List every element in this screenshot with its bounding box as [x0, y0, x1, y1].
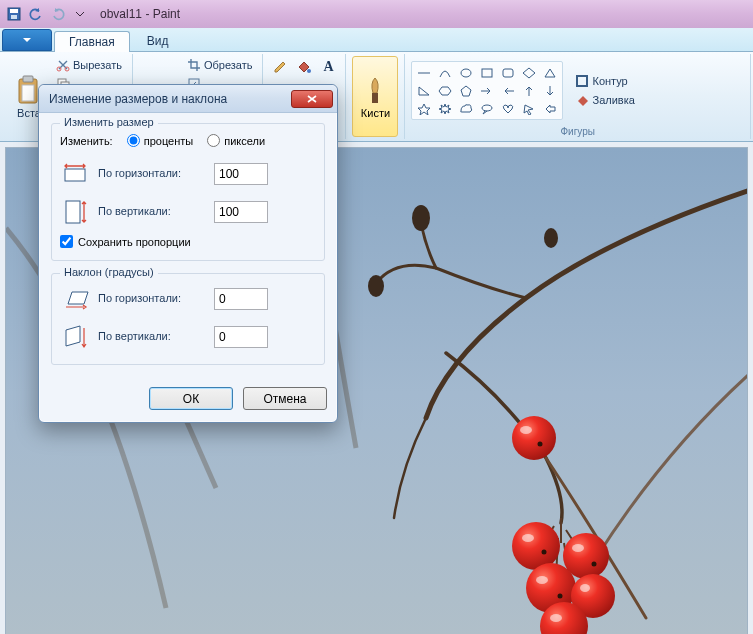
resize-horizontal-input[interactable]	[214, 163, 268, 185]
svg-point-22	[412, 205, 430, 231]
window-titlebar: obval11 - Paint	[0, 0, 753, 28]
skew-horizontal-icon	[60, 284, 90, 314]
svg-rect-15	[372, 93, 378, 103]
outline-icon	[575, 74, 589, 88]
close-icon	[307, 95, 317, 103]
cut-button[interactable]: Вырезать	[52, 56, 126, 74]
shape-fill-button[interactable]: Заливка	[571, 91, 638, 109]
tab-strip: Главная Вид	[0, 28, 753, 52]
ok-button[interactable]: ОК	[149, 387, 233, 410]
svg-point-34	[536, 576, 548, 584]
svg-point-26	[512, 522, 560, 570]
skew-vertical-icon	[60, 322, 90, 352]
crop-button[interactable]: Обрезать	[183, 56, 257, 74]
resize-vertical-input[interactable]	[214, 201, 268, 223]
svg-point-37	[538, 442, 543, 447]
fill-tool[interactable]	[293, 56, 315, 78]
svg-point-25	[512, 416, 556, 460]
app-menu-button[interactable]	[2, 29, 52, 51]
svg-point-16	[461, 69, 471, 77]
svg-rect-41	[65, 169, 85, 181]
tab-home[interactable]: Главная	[54, 31, 130, 52]
svg-point-32	[522, 534, 534, 542]
resize-vertical-icon	[60, 197, 90, 227]
radio-pixels[interactable]: пиксели	[207, 134, 265, 147]
shapes-label: Фигуры	[411, 126, 744, 137]
skew-vertical-input[interactable]	[214, 326, 268, 348]
qat-dropdown-icon[interactable]	[70, 4, 90, 24]
brushes-button[interactable]: Кисти	[352, 56, 398, 137]
resize-groupbox: Изменить размер Изменить: проценты пиксе…	[51, 123, 325, 261]
dialog-titlebar[interactable]: Изменение размеров и наклона	[39, 85, 337, 113]
svg-rect-1	[10, 9, 18, 13]
shapes-gallery[interactable]	[411, 61, 563, 120]
svg-point-36	[550, 614, 562, 622]
dialog-close-button[interactable]	[291, 90, 333, 108]
ribbon-group-brushes: Кисти	[346, 54, 405, 139]
pencil-tool[interactable]	[269, 56, 291, 78]
shape-outline-button[interactable]: Контур	[571, 72, 638, 90]
crop-icon	[187, 58, 201, 72]
svg-point-40	[558, 594, 563, 599]
window-title: obval11 - Paint	[100, 7, 180, 21]
resize-vertical-label: По вертикали:	[98, 205, 206, 218]
redo-icon[interactable]	[48, 4, 68, 24]
scissors-icon	[56, 58, 70, 72]
svg-rect-20	[577, 76, 587, 86]
skew-groupbox: Наклон (градусы) По горизонтали: По верт…	[51, 273, 325, 365]
text-tool[interactable]: A	[317, 56, 339, 78]
fill-icon	[575, 93, 589, 107]
svg-point-35	[580, 584, 590, 592]
dialog-title: Изменение размеров и наклона	[49, 92, 227, 106]
resize-horizontal-label: По горизонтали:	[98, 167, 206, 180]
ribbon-group-shapes: Контур Заливка Фигуры	[405, 54, 751, 139]
svg-rect-42	[66, 201, 80, 223]
svg-point-31	[520, 426, 532, 434]
resize-by-label: Изменить:	[60, 135, 113, 147]
svg-point-38	[542, 550, 547, 555]
radio-percent[interactable]: проценты	[127, 134, 194, 147]
quick-access-toolbar	[4, 4, 90, 24]
skew-vertical-label: По вертикали:	[98, 330, 206, 343]
svg-rect-17	[482, 69, 492, 77]
cancel-button[interactable]: Отмена	[243, 387, 327, 410]
svg-point-23	[368, 275, 384, 297]
skew-horizontal-input[interactable]	[214, 288, 268, 310]
keep-aspect-checkbox[interactable]	[60, 235, 73, 248]
svg-rect-2	[11, 15, 17, 19]
resize-skew-dialog: Изменение размеров и наклона Изменить ра…	[38, 84, 338, 423]
save-icon[interactable]	[4, 4, 24, 24]
svg-point-33	[572, 544, 584, 552]
tab-view[interactable]: Вид	[132, 30, 184, 51]
svg-point-12	[307, 69, 311, 73]
svg-rect-4	[23, 76, 33, 82]
skew-horizontal-label: По горизонтали:	[98, 292, 206, 305]
svg-point-19	[482, 105, 492, 111]
keep-aspect-label: Сохранить пропорции	[78, 236, 191, 248]
skew-legend: Наклон (градусы)	[60, 266, 158, 278]
svg-point-24	[544, 228, 558, 248]
undo-icon[interactable]	[26, 4, 46, 24]
resize-legend: Изменить размер	[60, 116, 158, 128]
resize-horizontal-icon	[60, 159, 90, 189]
svg-point-39	[592, 562, 597, 567]
svg-rect-5	[22, 85, 34, 101]
svg-rect-18	[503, 69, 513, 77]
